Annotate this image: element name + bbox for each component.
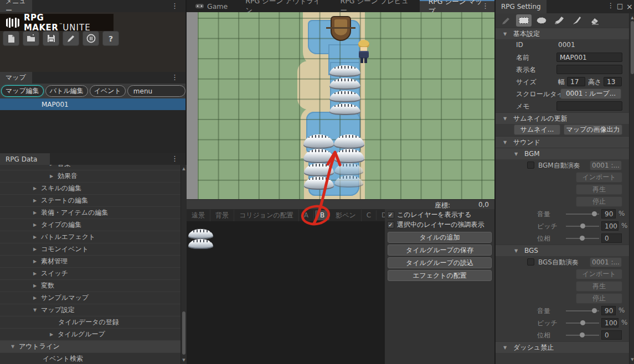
section-thumbnail-update[interactable]: ▼サムネイルの更新 <box>496 112 629 124</box>
tile-palette[interactable] <box>187 221 385 364</box>
section-sound[interactable]: ▼サウンド <box>496 136 629 148</box>
tree-item-skills[interactable]: ▶スキルの編集 <box>0 183 181 195</box>
layer-tab-distant-view[interactable]: 遠景 <box>187 210 210 221</box>
thumbnail-button[interactable]: サムネイ... <box>514 124 560 135</box>
tab-game[interactable]: Game <box>187 0 236 12</box>
menu-field[interactable]: menu <box>127 85 185 97</box>
tree-item-common-events[interactable]: ▶コモンイベント <box>0 243 181 256</box>
save-button[interactable] <box>43 31 59 46</box>
bgs-import-button[interactable]: インポート <box>576 269 622 279</box>
tree-item-variables[interactable]: ▶変数 <box>0 280 181 292</box>
line-brush-tool-button[interactable] <box>569 14 585 27</box>
bgm-import-button[interactable]: インポート <box>576 172 622 183</box>
tree-item-states[interactable]: ▶ステートの編集 <box>0 195 181 207</box>
place-effect-button[interactable]: エフェクトの配置 <box>388 270 492 281</box>
scroll-down-icon[interactable]: ▼ <box>181 358 187 362</box>
load-tile-group-button[interactable]: タイルグループの読込 <box>388 257 492 268</box>
tab-menu[interactable]: メニュー <box>0 0 32 12</box>
scroll-up-icon[interactable]: ▲ <box>630 15 634 20</box>
expand-arrow-icon[interactable]: ▶ <box>33 219 41 231</box>
collapse-arrow-icon[interactable]: ▼ <box>11 341 19 352</box>
collapse-arrow-icon[interactable]: ▼ <box>503 116 513 121</box>
expand-arrow-icon[interactable]: ▶ <box>33 280 41 292</box>
tree-item-assets[interactable]: ▶素材管理 <box>0 256 181 268</box>
tree-item-switches[interactable]: ▶スイッチ <box>0 268 181 280</box>
name-input[interactable] <box>556 53 622 62</box>
tab-rpg-scene-preview[interactable]: RPG シーン プレビュー <box>332 0 420 12</box>
tree-scrollbar[interactable]: ▲ ▼ <box>181 165 187 364</box>
layer-tab-c[interactable]: C <box>362 210 377 220</box>
collapse-arrow-icon[interactable]: ▼ <box>514 248 524 253</box>
tab-rpg-scene-outline[interactable]: RPG シーン アウトライン <box>236 0 331 12</box>
bgs-play-button[interactable]: 再生 <box>576 281 622 292</box>
scroll-down-icon[interactable]: ▼ <box>630 357 634 362</box>
bgs-stop-button[interactable]: 停止 <box>576 293 622 304</box>
layer-tab-b[interactable]: B <box>315 210 329 220</box>
checkbox-checked-icon[interactable]: ✓ <box>387 221 394 228</box>
pencil-tool-button[interactable] <box>498 14 514 27</box>
collapse-arrow-icon[interactable]: ▼ <box>514 152 524 157</box>
tree-item-tile-data[interactable]: タイルデータの登録 <box>0 316 181 329</box>
bgs-volume-slider[interactable] <box>566 310 599 312</box>
collapse-arrow-icon[interactable]: ▼ <box>503 32 513 37</box>
bgm-stop-button[interactable]: 停止 <box>576 196 622 207</box>
eraser-tool-button[interactable] <box>587 14 602 27</box>
tree-item-equipment[interactable]: ▶装備・アイテムの編集 <box>0 207 181 219</box>
bgm-pan-value[interactable]: 0 <box>601 233 622 243</box>
bgm-volume-slider[interactable] <box>566 213 599 215</box>
tree-item-types[interactable]: ▶タイプの編集 <box>0 219 181 231</box>
bgm-play-button[interactable]: 再生 <box>576 184 622 195</box>
event-button[interactable]: イベント <box>90 85 126 97</box>
add-tile-button[interactable]: タイルの追加 <box>388 232 492 243</box>
bgm-select-dropdown[interactable]: 0001 :... <box>590 160 622 170</box>
bgs-pitch-value[interactable]: 100 <box>601 318 618 327</box>
bgs-pan-value[interactable]: 0 <box>601 330 622 340</box>
collapse-arrow-icon[interactable]: ▼ <box>33 304 41 316</box>
tree-item-sfx[interactable]: ▶効果音 <box>0 170 181 183</box>
tab-rpg-setting[interactable]: RPG Setting <box>496 0 547 13</box>
collapse-arrow-icon[interactable]: ▼ <box>503 345 513 350</box>
section-bgs[interactable]: ▼BGS <box>496 245 629 256</box>
bgm-auto-checkbox[interactable] <box>527 162 534 169</box>
tree-item-sample-maps[interactable]: ▶サンプルマップ <box>0 292 181 304</box>
layer-tab-background[interactable]: 背景 <box>210 210 234 221</box>
tree-item-outline[interactable]: ▼アウトライン <box>0 341 181 353</box>
expand-arrow-icon[interactable]: ▶ <box>33 256 41 267</box>
tree-item-battle-effects[interactable]: ▶バトルエフェクト <box>0 231 181 243</box>
bgs-pitch-slider[interactable] <box>566 322 599 324</box>
expand-arrow-icon[interactable]: ▶ <box>33 243 41 255</box>
close-icon[interactable]: × <box>626 2 633 11</box>
tab-map-panel[interactable]: マップ <box>0 72 32 84</box>
bgm-volume-value[interactable]: 90 <box>601 209 616 219</box>
scroll-up-icon[interactable]: ▲ <box>181 167 187 171</box>
expand-arrow-icon[interactable]: ▶ <box>33 195 41 206</box>
tree-item-tile-groups[interactable]: ▶タイルグループ <box>0 329 181 341</box>
expand-arrow-icon[interactable]: ▶ <box>33 231 41 243</box>
expand-arrow-icon[interactable]: ▶ <box>33 292 41 304</box>
expand-arrow-icon[interactable]: ▶ <box>33 207 41 219</box>
bgs-volume-value[interactable]: 90 <box>601 306 616 315</box>
map-panel-kebab-icon[interactable]: ⋮ <box>171 74 178 81</box>
scroll-type-dropdown[interactable]: 0001 : ループ... <box>560 89 621 99</box>
memo-input[interactable] <box>556 101 622 111</box>
export-map-image-button[interactable]: マップの画像出力 <box>564 124 622 135</box>
panel-kebab-icon[interactable]: ⋮ <box>607 2 614 9</box>
edit-button[interactable] <box>63 31 79 46</box>
checkbox-checked-icon[interactable]: ✓ <box>387 211 394 219</box>
expand-arrow-icon[interactable]: ▶ <box>50 329 58 340</box>
menu-kebab-icon[interactable]: ⋮ <box>171 2 178 9</box>
paint-brush-tool-button[interactable] <box>551 14 567 27</box>
bgm-pitch-value[interactable]: 100 <box>601 221 618 231</box>
bgs-pan-slider[interactable] <box>566 334 599 336</box>
tree-item-map-settings[interactable]: ▼マップ設定 <box>0 304 181 316</box>
save-tile-group-button[interactable]: タイルグループの保存 <box>388 245 492 256</box>
expand-arrow-icon[interactable]: ▶ <box>50 170 58 182</box>
expand-arrow-icon[interactable]: ▶ <box>33 183 41 194</box>
bridge-tile-swatch[interactable] <box>188 229 213 239</box>
new-file-button[interactable] <box>3 31 19 46</box>
scroll-thumb[interactable] <box>182 311 185 355</box>
tree-item-music[interactable]: ▶音楽 <box>0 165 181 170</box>
maximize-icon[interactable]: □ <box>617 2 623 10</box>
bgs-select-dropdown[interactable]: 0001 :... <box>590 257 622 267</box>
bgm-pitch-slider[interactable] <box>566 225 599 227</box>
